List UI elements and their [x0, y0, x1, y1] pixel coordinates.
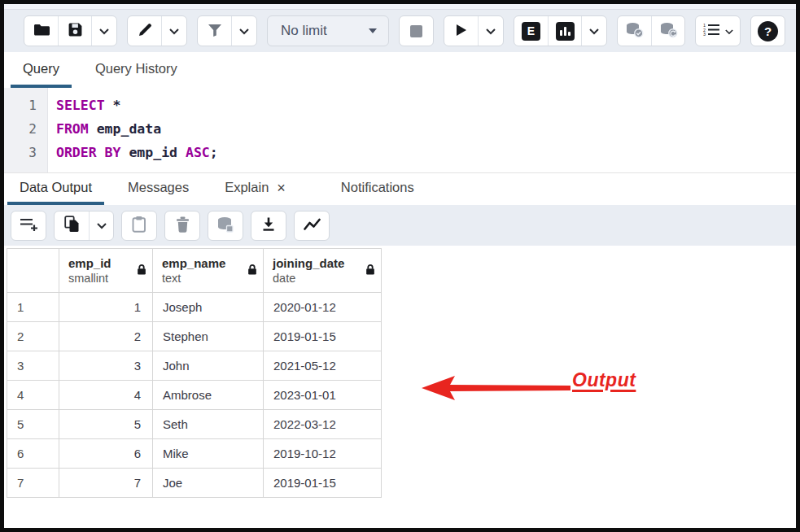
output-annotation-label: Output [572, 369, 636, 391]
cell-joining-date[interactable]: 2021-05-12 [264, 351, 382, 381]
graph-group [294, 211, 330, 241]
explain-options-button[interactable] [581, 16, 606, 46]
table-row: 44Ambrose2023-01-01 [7, 381, 382, 410]
commit-icon [625, 22, 644, 41]
filter-button-group [197, 15, 257, 46]
tab-query-history[interactable]: Query History [83, 52, 190, 88]
tab-query[interactable]: Query [11, 52, 72, 88]
line-number: 3 [4, 141, 47, 164]
cell-emp-id[interactable]: 1 [59, 293, 153, 322]
column-header-joining-date[interactable]: joining_date date [264, 249, 382, 293]
table-row: 55Seth2022-03-12 [7, 410, 382, 439]
copy-options-button[interactable] [89, 211, 113, 240]
cell-joining-date[interactable]: 2022-03-12 [264, 410, 382, 439]
cell-joining-date[interactable]: 2020-01-12 [264, 293, 382, 322]
cell-emp-id[interactable]: 5 [59, 410, 153, 439]
row-number[interactable]: 5 [7, 410, 59, 439]
play-icon [455, 24, 468, 39]
table-row: 33John2021-05-12 [7, 351, 382, 381]
cell-emp-id[interactable]: 7 [59, 469, 153, 498]
cell-joining-date[interactable]: 2023-01-01 [264, 381, 382, 410]
row-limit-select[interactable]: No limit [267, 15, 389, 46]
rollback-button[interactable] [651, 16, 684, 46]
cell-emp-id[interactable]: 2 [59, 322, 153, 351]
execute-button[interactable] [444, 16, 478, 46]
macros-list-icon: 123 [702, 23, 723, 39]
cell-joining-date[interactable]: 2019-10-12 [264, 439, 382, 469]
add-row-group [11, 211, 46, 241]
data-output-panel: emp_id smallint emp_name text [4, 246, 796, 528]
commit-button[interactable] [618, 16, 651, 46]
save-options-button[interactable] [91, 16, 116, 46]
code-line: ORDER BY emp_id ASC; [56, 141, 796, 164]
cell-emp-id[interactable]: 4 [59, 381, 153, 410]
execute-options-button[interactable] [478, 16, 503, 46]
delete-group [164, 211, 200, 241]
copy-group [54, 211, 114, 241]
line-number: 1 [4, 94, 47, 117]
row-number[interactable]: 7 [7, 469, 59, 498]
tab-messages[interactable]: Messages [116, 173, 201, 205]
cell-emp-id[interactable]: 3 [59, 351, 153, 381]
cell-emp-id[interactable]: 6 [59, 439, 153, 469]
select-all-corner[interactable] [7, 249, 59, 293]
cell-joining-date[interactable]: 2019-01-15 [264, 469, 382, 498]
stop-button[interactable] [400, 16, 433, 46]
row-number[interactable]: 1 [7, 293, 59, 322]
lock-icon [365, 264, 375, 278]
cell-emp-name[interactable]: Ambrose [153, 381, 264, 410]
filter-button[interactable] [198, 16, 231, 46]
cell-emp-name[interactable]: John [153, 351, 264, 381]
open-file-button[interactable] [24, 16, 58, 46]
download-icon [261, 216, 276, 234]
row-number[interactable]: 4 [7, 381, 59, 410]
download-button[interactable] [251, 211, 286, 240]
help-button[interactable]: ? [751, 16, 785, 46]
edit-pencil-icon [138, 23, 152, 40]
query-tool-window: No limit E [0, 0, 800, 532]
cell-emp-name[interactable]: Mike [153, 439, 264, 469]
paste-button[interactable] [122, 211, 156, 240]
help-button-group: ? [750, 15, 785, 46]
file-button-group [24, 15, 117, 46]
column-type: smallint [68, 271, 131, 286]
copy-button[interactable] [55, 211, 89, 240]
tab-label: Data Output [20, 180, 92, 195]
column-header-emp-id[interactable]: emp_id smallint [59, 249, 153, 293]
cell-joining-date[interactable]: 2019-01-15 [264, 322, 382, 351]
save-data-icon [216, 216, 234, 235]
tab-data-output[interactable]: Data Output [7, 173, 104, 205]
explain-button[interactable]: E [514, 16, 548, 46]
chevron-down-icon [239, 25, 249, 37]
delete-button[interactable] [165, 211, 199, 240]
cell-emp-name[interactable]: Joseph [153, 293, 264, 322]
row-number[interactable]: 2 [7, 322, 59, 351]
column-header-emp-name[interactable]: emp_name text [153, 249, 264, 293]
save-data-button[interactable] [208, 211, 243, 240]
editor-code[interactable]: SELECT *FROM emp_dataORDER BY emp_id ASC… [48, 88, 796, 172]
close-icon[interactable]: × [277, 181, 286, 195]
graph-visualiser-button[interactable] [295, 211, 329, 240]
edit-options-button[interactable] [161, 16, 186, 46]
filter-options-button[interactable] [231, 16, 256, 46]
row-number[interactable]: 3 [7, 351, 59, 381]
cell-emp-name[interactable]: Seth [153, 410, 264, 439]
column-name: joining_date [273, 255, 360, 271]
line-number: 2 [4, 117, 47, 141]
filter-icon [208, 24, 222, 39]
explain-analyze-button[interactable] [548, 16, 581, 46]
tab-explain[interactable]: Explain × [212, 173, 298, 205]
save-button[interactable] [58, 16, 91, 46]
add-row-button[interactable] [11, 211, 46, 240]
row-number[interactable]: 6 [7, 439, 59, 469]
edit-button[interactable] [128, 16, 161, 46]
edit-button-group [127, 15, 187, 46]
tab-notifications[interactable]: Notifications [329, 173, 426, 205]
tab-label: Explain [225, 180, 269, 195]
results-table: emp_id smallint emp_name text [7, 248, 382, 498]
cell-emp-name[interactable]: Joe [153, 469, 264, 498]
column-type: text [162, 271, 242, 286]
macros-button[interactable]: 123 [696, 16, 740, 46]
explain-icon: E [522, 22, 540, 41]
cell-emp-name[interactable]: Stephen [153, 322, 264, 351]
